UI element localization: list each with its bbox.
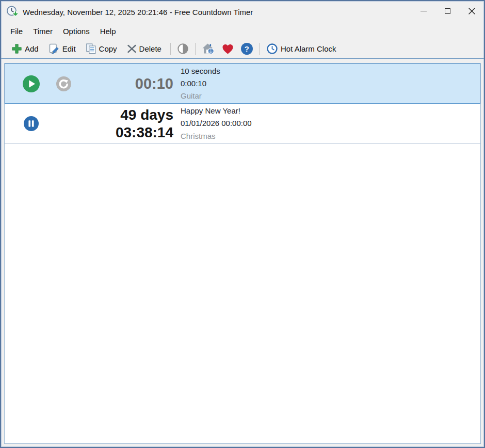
window-title: Wednesday, November 12, 2025 20:21:46 - …: [23, 8, 253, 17]
close-icon: [468, 8, 475, 14]
timer-duration: 0:00:10: [181, 77, 220, 90]
timer-tag: Christmas: [181, 130, 252, 142]
timer-row-2[interactable]: 49 days03:38:14 Happy New Year! 01/01/20…: [5, 104, 480, 144]
app-window: Wednesday, November 12, 2025 20:21:46 - …: [0, 0, 485, 448]
toolbar-separator: [195, 43, 196, 55]
menu-file[interactable]: File: [5, 24, 28, 38]
play-icon: [22, 75, 40, 93]
edit-button-label: Edit: [62, 44, 76, 53]
edit-button[interactable]: Edit: [46, 42, 78, 56]
contrast-button[interactable]: [175, 41, 191, 56]
minimize-button[interactable]: [411, 1, 435, 21]
menu-timer[interactable]: Timer: [28, 24, 58, 38]
timer-title: 10 seconds: [181, 65, 220, 77]
donate-heart-button[interactable]: [219, 42, 236, 56]
copy-button[interactable]: Copy: [83, 42, 120, 56]
menu-help[interactable]: Help: [95, 24, 121, 38]
home-globe-icon: [202, 43, 215, 55]
home-website-button[interactable]: [200, 41, 217, 56]
edit-pencil-icon: [48, 43, 60, 54]
delete-x-icon: [127, 44, 137, 53]
timer-target-datetime: 01/01/2026 00:00:00: [181, 117, 252, 130]
hot-alarm-clock-button[interactable]: Hot Alarm Clock: [264, 41, 339, 56]
toolbar-separator: [170, 43, 171, 55]
menu-bar: File Timer Options Help: [1, 23, 484, 40]
minimize-icon: [421, 11, 427, 11]
repeat-loop-icon: [56, 76, 72, 92]
timer-remaining: 00:10: [72, 75, 173, 92]
maximize-button[interactable]: [435, 1, 460, 21]
help-button[interactable]: ?: [239, 41, 255, 56]
toolbar: Add Edit Copy: [1, 40, 484, 59]
pause-icon: [23, 116, 39, 132]
pause-button[interactable]: [23, 116, 39, 132]
add-button-label: Add: [25, 44, 39, 53]
menu-options[interactable]: Options: [58, 24, 95, 38]
delete-button-label: Delete: [139, 44, 161, 53]
copy-button-label: Copy: [99, 44, 117, 53]
plus-icon: [11, 43, 22, 54]
timer-remaining: 49 days03:38:14: [39, 106, 173, 140]
contrast-icon: [177, 43, 189, 55]
help-question-icon: ?: [241, 43, 253, 55]
timer-row-1[interactable]: 00:10 10 seconds 0:00:10 Guitar: [5, 63, 480, 104]
timer-description: Happy New Year! 01/01/2026 00:00:00 Chri…: [181, 105, 252, 142]
timer-row-1-controls: 00:10: [5, 75, 173, 93]
heart-icon: [221, 43, 234, 55]
title-bar: Wednesday, November 12, 2025 20:21:46 - …: [1, 1, 484, 23]
window-controls: [411, 1, 484, 23]
timer-row-2-controls: 49 days03:38:14: [5, 106, 173, 140]
timer-list: 00:10 10 seconds 0:00:10 Guitar 49 days0…: [4, 63, 481, 444]
delete-button[interactable]: Delete: [124, 43, 164, 55]
play-button[interactable]: [22, 75, 40, 93]
maximize-icon: [445, 8, 450, 14]
repeat-button[interactable]: [56, 76, 72, 92]
copy-pages-icon: [86, 43, 96, 54]
toolbar-separator: [259, 43, 260, 55]
alarm-clock-icon: [266, 43, 278, 55]
timer-tag: Guitar: [181, 90, 220, 102]
add-button[interactable]: Add: [9, 42, 41, 56]
hot-alarm-clock-label: Hot Alarm Clock: [281, 44, 336, 53]
timer-title: Happy New Year!: [181, 105, 252, 117]
close-button[interactable]: [460, 1, 484, 21]
timer-description: 10 seconds 0:00:10 Guitar: [181, 65, 220, 103]
app-clock-download-icon: [6, 5, 19, 19]
